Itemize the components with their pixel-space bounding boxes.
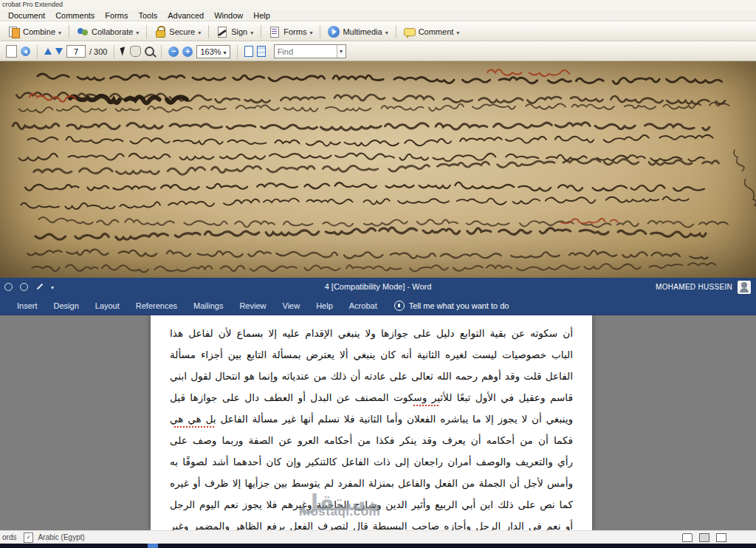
page-number-input[interactable] <box>66 45 86 58</box>
document-line: رأي والتعريف والوصف أمران راجعان إلى ذات… <box>170 451 573 473</box>
menu-window[interactable]: Window <box>209 11 248 20</box>
web-layout-icon[interactable] <box>716 533 726 542</box>
play-icon <box>328 26 340 38</box>
tab-references[interactable]: References <box>128 301 185 310</box>
tab-review[interactable]: Review <box>231 301 274 310</box>
page-thumbnails-icon[interactable] <box>6 45 17 58</box>
spellcheck-underline <box>174 426 216 428</box>
word-document-title: 4 [Compatibility Mode] - Word <box>0 278 756 296</box>
next-page-button[interactable] <box>55 48 63 55</box>
zoom-level-dropdown[interactable]: 163% <box>196 45 230 58</box>
toolbar-separator <box>208 25 209 38</box>
menu-advanced[interactable]: Advanced <box>162 11 209 20</box>
language-label[interactable]: Arabic (Egypt) <box>38 533 84 541</box>
tab-layout[interactable]: Layout <box>87 301 128 310</box>
screen: crobat Pro Extended Document Comments Fo… <box>0 0 756 548</box>
word-document-area: أن سكوته عن بقية التوابع دليل على جوازها… <box>0 315 756 530</box>
word-titlebar: 4 [Compatibility Mode] - Word MOHAMED HU… <box>0 278 756 296</box>
secure-label: Secure <box>169 27 195 36</box>
acrobat-menubar: Document Comments Forms Tools Advanced W… <box>0 10 756 21</box>
toolbar-separator <box>146 25 147 38</box>
lock-icon <box>154 26 166 38</box>
document-line: فكما أن من أحكامه أن يعرف وقد ينكر فكذا … <box>170 430 573 451</box>
zoom-in-button[interactable] <box>182 47 193 57</box>
find-options-button[interactable] <box>337 45 346 58</box>
user-avatar[interactable] <box>738 281 751 294</box>
menu-document[interactable]: Document <box>3 11 50 20</box>
comment-label: Comment <box>419 27 454 36</box>
document-line: وينبغي أن لا يجوز إلا ما يباشره الفعلان … <box>170 408 573 430</box>
acrobat-window-title: crobat Pro Extended <box>0 0 756 10</box>
print-layout-icon[interactable] <box>699 533 709 542</box>
toolbar-separator <box>161 45 162 58</box>
sign-button[interactable]: Sign <box>212 24 258 39</box>
manuscript-handwriting <box>0 61 756 278</box>
toolbar-separator <box>237 45 238 58</box>
document-page[interactable]: أن سكوته عن بقية التوابع دليل على جوازها… <box>151 315 592 530</box>
toolbar-separator <box>261 25 261 38</box>
secure-button[interactable]: Secure <box>150 24 205 39</box>
hand-tool-icon[interactable] <box>130 46 141 57</box>
document-line: أن سكوته عن بقية التوابع دليل على جوازها… <box>170 323 573 344</box>
proofing-check-icon[interactable] <box>24 532 33 543</box>
toolbar-separator <box>396 25 396 38</box>
zoom-level-value: 163% <box>200 47 221 56</box>
speech-bubble-icon <box>404 28 416 36</box>
signed-in-user[interactable]: MOHAMED HUSSEIN <box>656 278 732 296</box>
multimedia-label: Multimedia <box>343 27 382 36</box>
acrobat-main-toolbar: Combine Collaborate Secure Sign Forms <box>0 22 756 41</box>
tell-me-box[interactable]: Tell me what you want to do <box>394 301 509 311</box>
chevron-down-icon <box>224 47 227 56</box>
collaborate-button[interactable]: Collaborate <box>72 24 143 39</box>
page-total-label: / 300 <box>89 47 107 56</box>
toolbar-separator <box>69 25 69 38</box>
spellcheck-underline <box>413 405 439 406</box>
pdf-page-manuscript[interactable] <box>0 61 756 278</box>
tab-help[interactable]: Help <box>308 301 341 310</box>
menu-comments[interactable]: Comments <box>50 11 100 20</box>
menu-tools[interactable]: Tools <box>134 11 163 20</box>
tab-mailings[interactable]: Mailings <box>185 301 231 310</box>
tab-view[interactable]: View <box>275 301 309 310</box>
combine-button[interactable]: Combine <box>4 24 66 39</box>
tab-acrobat[interactable]: Acrobat <box>341 301 385 310</box>
document-text[interactable]: أن سكوته عن بقية التوابع دليل على جوازها… <box>170 323 573 530</box>
document-line: الفاعل قلت وقد أوهم رحمه الله تعالى على … <box>170 366 573 387</box>
forms-button[interactable]: Forms <box>264 24 317 39</box>
comment-button[interactable]: Comment <box>399 25 464 38</box>
forms-label: Forms <box>284 27 306 36</box>
continuous-view-icon[interactable] <box>257 46 266 57</box>
view-shortcuts <box>682 533 726 542</box>
toolbar-separator <box>320 25 320 38</box>
lightbulb-icon <box>394 301 405 311</box>
taskbar-strip <box>0 544 756 548</box>
menu-help[interactable]: Help <box>248 11 275 20</box>
read-mode-icon[interactable] <box>682 533 693 542</box>
find-box <box>274 44 346 58</box>
find-input[interactable] <box>275 47 337 56</box>
toolbar-separator <box>114 45 114 58</box>
word-count-label[interactable]: ords <box>2 533 16 541</box>
tab-design[interactable]: Design <box>46 301 87 310</box>
chevron-down-icon <box>250 27 253 36</box>
combine-icon <box>8 26 20 38</box>
tell-me-label: Tell me what you want to do <box>409 301 509 310</box>
zoom-out-button[interactable] <box>168 47 179 57</box>
marquee-zoom-icon[interactable] <box>145 47 154 56</box>
chevron-down-icon <box>385 27 388 36</box>
taskbar-item[interactable] <box>148 544 158 548</box>
word-ribbon-tabs: Insert Design Layout References Mailings… <box>0 296 756 315</box>
multimedia-button[interactable]: Multimedia <box>323 24 392 39</box>
previous-view-icon[interactable] <box>21 47 30 56</box>
chevron-down-icon <box>456 27 459 36</box>
chevron-down-icon <box>309 27 312 36</box>
tab-insert[interactable]: Insert <box>9 301 46 310</box>
menu-forms[interactable]: Forms <box>100 11 133 20</box>
single-page-view-icon[interactable] <box>244 46 253 57</box>
document-line: قاسم وعقيل في الأول تبعًا للأثير وسكوت ا… <box>170 387 573 408</box>
select-tool-icon[interactable] <box>120 47 128 56</box>
acrobat-nav-toolbar: / 300 163% <box>0 42 756 61</box>
chevron-down-icon <box>58 27 61 36</box>
collaborate-label: Collaborate <box>92 27 133 36</box>
previous-page-button[interactable] <box>44 48 52 55</box>
